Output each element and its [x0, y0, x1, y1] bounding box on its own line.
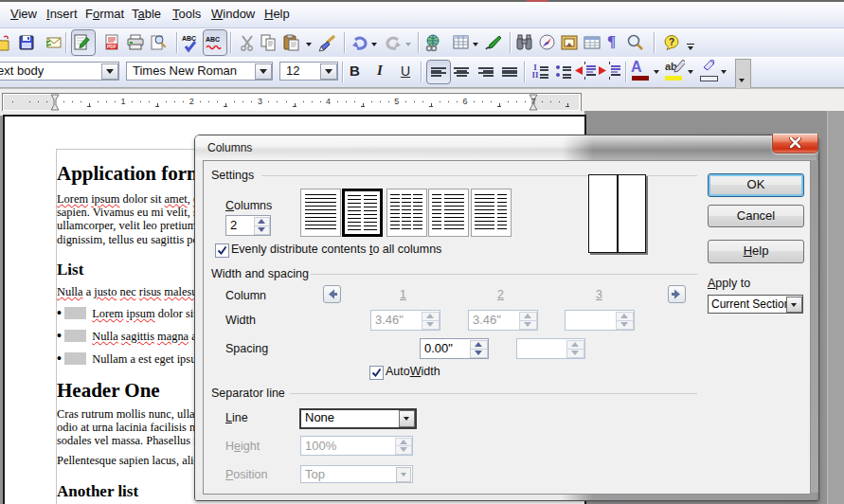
svg-text:?: ?: [669, 37, 674, 47]
svg-text:ABC: ABC: [206, 36, 220, 43]
svg-text:PDF: PDF: [107, 44, 117, 49]
svg-text:ABC: ABC: [182, 35, 196, 42]
